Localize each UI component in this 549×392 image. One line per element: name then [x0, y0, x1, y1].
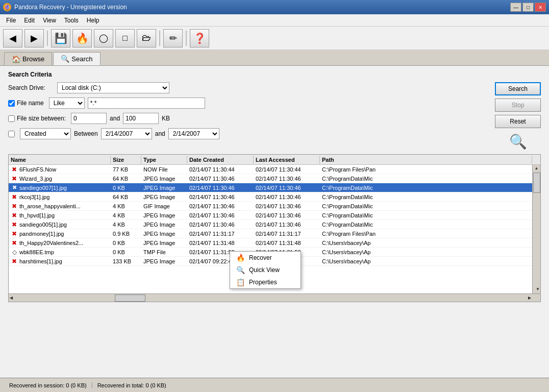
- between-label: Between: [74, 130, 98, 137]
- search-panel: Search Criteria Search Drive: Local disk…: [0, 66, 549, 378]
- context-menu-quickview[interactable]: 🔍 Quick View: [230, 264, 301, 276]
- vertical-scrollbar[interactable]: ▲ ▼: [532, 165, 540, 293]
- recover-label: Recover: [249, 254, 272, 261]
- and-label-1: and: [110, 115, 120, 122]
- reset-button[interactable]: Reset: [495, 115, 541, 128]
- menu-tools[interactable]: Tools: [60, 16, 83, 25]
- quickview-icon: 🔍: [236, 266, 245, 274]
- col-header-created[interactable]: Date Created: [187, 156, 254, 164]
- date-to-select[interactable]: 2/14/2007: [168, 128, 219, 139]
- stop-button[interactable]: Stop: [495, 99, 541, 112]
- menu-edit[interactable]: Edit: [20, 16, 39, 25]
- file-accessed: 02/14/07 11:30:46: [254, 175, 320, 182]
- date-from-select[interactable]: 2/14/2007: [101, 128, 152, 139]
- date-checkbox[interactable]: [8, 131, 15, 137]
- col-header-size[interactable]: Size: [111, 156, 141, 164]
- section-title: Search Criteria: [8, 71, 541, 78]
- file-size: 0 KB: [111, 239, 141, 247]
- quickview-label: Quick View: [249, 266, 280, 274]
- filename-checkbox[interactable]: [8, 100, 15, 107]
- table-row[interactable]: ✖ th_arose_happyvalenti... 4 KB GIF Imag…: [9, 202, 532, 211]
- recover-button[interactable]: 🔥: [72, 29, 92, 47]
- search-tab-label: Search: [71, 55, 92, 63]
- date-type-select[interactable]: Created Modified Accessed: [20, 128, 71, 139]
- table-row[interactable]: ✖ th_hpvd[1].jpg 4 KB JPEG Image 02/14/0…: [9, 211, 532, 220]
- toolbar: ◀ ▶ 💾 🔥 ◯ □ 🗁 ✏ ❓: [0, 27, 549, 50]
- col-header-accessed[interactable]: Last Accessed: [254, 156, 320, 164]
- file-accessed: 02/14/07 11:30:46: [254, 184, 320, 191]
- horizontal-scrollbar[interactable]: ◀ ▶: [9, 293, 540, 302]
- deleted-icon: ✖: [11, 203, 18, 210]
- back-button[interactable]: ◀: [3, 29, 22, 47]
- mask-button[interactable]: □: [115, 29, 135, 47]
- file-type: GIF Image: [141, 203, 187, 210]
- table-row[interactable]: ✖ pandmoney[1].jpg 0.9 KB JPEG Image 02/…: [9, 229, 532, 238]
- col-header-type[interactable]: Type: [141, 156, 187, 164]
- menu-bar: File Edit View Tools Help: [0, 14, 549, 27]
- minimize-button[interactable]: —: [510, 3, 521, 12]
- table-row[interactable]: ✖ sandiego007[1].jpg 0 KB JPEG Image 02/…: [9, 183, 532, 192]
- tab-browse[interactable]: 🏠 Browse: [4, 52, 52, 65]
- menu-help[interactable]: Help: [83, 16, 104, 25]
- file-type: TMP File: [141, 249, 187, 256]
- file-size: 4 KB: [111, 221, 141, 228]
- search-drive-select[interactable]: Local disk (C:) Local disk (D:) All Loca…: [57, 82, 169, 93]
- file-name: th_hpvd[1].jpg: [19, 212, 55, 218]
- context-menu-recover[interactable]: 🔥 Recover: [230, 252, 301, 264]
- scroll-right-arrow[interactable]: ▶: [528, 296, 531, 300]
- like-select[interactable]: Like Equals Starts with Ends with: [49, 97, 85, 109]
- maximize-button[interactable]: □: [522, 3, 534, 12]
- table-row[interactable]: ✖ 6FlushFS.Now 77 KB NOW File 02/14/07 1…: [9, 165, 532, 174]
- scroll-thumb[interactable]: [533, 173, 540, 193]
- tabs-bar: 🏠 Browse 🔍 Search: [0, 50, 549, 66]
- file-type: JPEG Image: [141, 193, 187, 201]
- file-accessed: 02/14/07 11:31:17: [254, 230, 320, 237]
- search-button[interactable]: Search: [495, 82, 541, 95]
- scroll-down-arrow[interactable]: ▼: [536, 287, 540, 291]
- size-min-input[interactable]: [71, 113, 107, 124]
- write-button[interactable]: ✏: [163, 29, 183, 47]
- table-row[interactable]: ✖ Wizard_3.jpg 64 KB JPEG Image 02/14/07…: [9, 174, 532, 183]
- context-menu-properties[interactable]: 📋 Properties: [230, 276, 301, 288]
- menu-file[interactable]: File: [2, 16, 20, 25]
- file-size: 0.9 KB: [111, 230, 141, 237]
- forward-button[interactable]: ▶: [24, 29, 44, 47]
- file-name: wbk88EE.tmp: [19, 249, 54, 255]
- search-drive-row: Search Drive: Local disk (C:) Local disk…: [8, 82, 487, 93]
- table-row[interactable]: ✖ th_Happy20Valentines2... 0 KB JPEG Ima…: [9, 238, 532, 248]
- pattern-input[interactable]: [88, 97, 205, 109]
- file-size: 133 KB: [111, 258, 141, 265]
- deleted-icon: ✖: [11, 230, 18, 237]
- scroll-h-thumb[interactable]: [115, 295, 145, 302]
- file-created: 02/14/07 11:30:46: [187, 212, 254, 219]
- filesize-checkbox[interactable]: [8, 115, 15, 122]
- deleted-icon: ✖: [11, 212, 18, 219]
- folder-button[interactable]: 🗁: [137, 29, 156, 47]
- close-button[interactable]: ✕: [535, 3, 546, 12]
- deleted-icon: ✖: [11, 175, 18, 182]
- file-size: 4 KB: [111, 203, 141, 210]
- status-session: Recovered in session: 0 (0 KB): [4, 382, 92, 388]
- save-button[interactable]: 💾: [51, 29, 70, 47]
- file-created: 02/14/07 11:30:46: [187, 175, 254, 182]
- file-name: rkcoj3[1].jpg: [19, 194, 49, 200]
- table-row[interactable]: ✖ rkcoj3[1].jpg 64 KB JPEG Image 02/14/0…: [9, 192, 532, 202]
- erase-button[interactable]: ◯: [94, 29, 113, 47]
- file-path: C:\Users\rbacey\Ap: [320, 249, 532, 256]
- scroll-up-arrow[interactable]: ▲: [535, 166, 539, 170]
- context-menu: 🔥 Recover 🔍 Quick View 📋 Properties: [230, 251, 301, 289]
- tab-search[interactable]: 🔍 Search: [53, 52, 100, 65]
- scroll-left-arrow[interactable]: ◀: [10, 296, 13, 300]
- properties-icon: 📋: [236, 278, 245, 286]
- table-row[interactable]: ✖ sandiego005[1].jpg 4 KB JPEG Image 02/…: [9, 220, 532, 229]
- col-header-name[interactable]: Name: [9, 156, 111, 164]
- col-header-path[interactable]: Path: [320, 156, 532, 164]
- app-icon: 🔮: [3, 3, 11, 11]
- file-name: sandiego005[1].jpg: [19, 222, 67, 228]
- help-button[interactable]: ❓: [190, 29, 209, 47]
- file-type: JPEG Image: [141, 239, 187, 247]
- size-max-input[interactable]: [123, 113, 159, 124]
- file-path: C:\Users\rbacey\Ap: [320, 239, 532, 247]
- title-bar-left: 🔮 Pandora Recovery - Unregistered versio…: [3, 3, 127, 11]
- menu-view[interactable]: View: [39, 16, 60, 25]
